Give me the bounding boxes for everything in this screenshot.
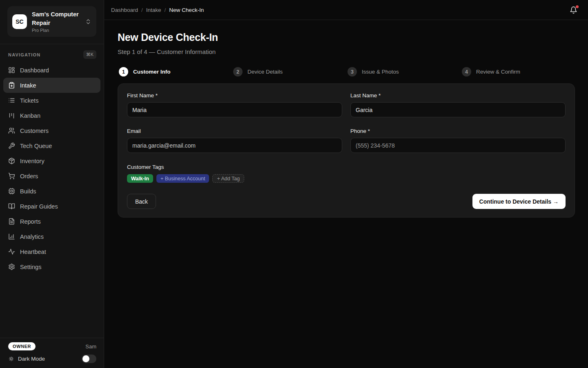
notification-dot bbox=[576, 5, 579, 8]
file-text-icon bbox=[8, 218, 15, 225]
clipboard-plus-icon bbox=[8, 82, 15, 89]
customer-tags-group: Customer Tags Walk-In + Business Account… bbox=[127, 164, 566, 183]
sidebar-item-repair-guides[interactable]: Repair Guides bbox=[3, 199, 100, 214]
sidebar-item-label: Inventory bbox=[20, 158, 45, 164]
add-tag-button[interactable]: + Add Tag bbox=[212, 174, 244, 183]
step-number: 1 bbox=[119, 67, 128, 76]
phone-input[interactable] bbox=[350, 138, 566, 153]
sidebar-item-builds[interactable]: Builds bbox=[3, 184, 100, 199]
customer-tags-label: Customer Tags bbox=[127, 164, 566, 170]
sidebar-item-tickets[interactable]: Tickets bbox=[3, 93, 100, 108]
workspace-switcher[interactable]: SC Sam's Computer Repair Pro Plan bbox=[7, 6, 96, 37]
breadcrumb-separator: / bbox=[141, 7, 143, 13]
sidebar-item-label: Intake bbox=[20, 82, 36, 89]
sidebar-item-label: Reports bbox=[20, 218, 41, 225]
sidebar-footer: OWNER Sam Dark Mode bbox=[0, 338, 104, 368]
phone-label: Phone * bbox=[350, 128, 566, 134]
workspace-avatar: SC bbox=[12, 14, 27, 29]
sidebar-item-label: Analytics bbox=[20, 233, 44, 240]
sidebar-divider bbox=[0, 44, 104, 44]
dark-mode-label: Dark Mode bbox=[18, 356, 78, 362]
step-number: 2 bbox=[233, 67, 243, 76]
toggle-knob bbox=[82, 355, 89, 362]
page-content: New Device Check-In Step 1 of 4 — Custom… bbox=[104, 20, 588, 218]
main-area: Dashboard / Intake / New Check-In New De… bbox=[104, 0, 588, 368]
user-name: Sam bbox=[85, 343, 96, 350]
last-name-field-group: Last Name * bbox=[350, 92, 566, 117]
tag-business-account[interactable]: + Business Account bbox=[156, 174, 209, 183]
step-label: Device Details bbox=[247, 69, 283, 75]
step-label: Customer Info bbox=[133, 69, 171, 75]
sidebar-item-heartbeat[interactable]: Heartbeat bbox=[3, 244, 100, 259]
breadcrumb: Dashboard / Intake / New Check-In bbox=[111, 7, 204, 13]
breadcrumb-dashboard[interactable]: Dashboard bbox=[111, 7, 138, 13]
sidebar-item-intake[interactable]: Intake bbox=[3, 78, 100, 93]
sidebar-item-label: Orders bbox=[20, 173, 38, 180]
page-subtitle: Step 1 of 4 — Customer Information bbox=[118, 48, 575, 55]
step-number: 4 bbox=[462, 67, 471, 76]
notifications-button[interactable] bbox=[568, 4, 579, 16]
sidebar-item-orders[interactable]: Orders bbox=[3, 168, 100, 184]
sidebar-item-label: Settings bbox=[20, 264, 41, 270]
sidebar-item-label: Dashboard bbox=[20, 67, 49, 74]
tag-walk-in[interactable]: Walk-In bbox=[127, 174, 153, 183]
sidebar-item-settings[interactable]: Settings bbox=[3, 259, 100, 274]
customer-info-form-card: First Name * Last Name * Email Phone * C bbox=[118, 83, 575, 218]
bar-chart-icon bbox=[8, 233, 15, 240]
sidebar-item-label: Tickets bbox=[20, 97, 38, 104]
step-label: Review & Confirm bbox=[476, 69, 520, 75]
dashboard-icon bbox=[8, 67, 15, 74]
sidebar-item-tech-queue[interactable]: Tech Queue bbox=[3, 138, 100, 153]
users-icon bbox=[8, 127, 15, 134]
kanban-icon bbox=[8, 112, 15, 119]
sidebar: SC Sam's Computer Repair Pro Plan NAVIGA… bbox=[0, 0, 104, 368]
sidebar-item-kanban[interactable]: Kanban bbox=[3, 108, 100, 123]
first-name-field-group: First Name * bbox=[127, 92, 342, 117]
topbar: Dashboard / Intake / New Check-In bbox=[104, 0, 588, 20]
sidebar-nav: Dashboard Intake Tickets Kanban Customer… bbox=[0, 62, 104, 274]
list-icon bbox=[8, 97, 15, 104]
breadcrumb-separator: / bbox=[165, 7, 166, 13]
page-title: New Device Check-In bbox=[118, 31, 575, 43]
sidebar-item-inventory[interactable]: Inventory bbox=[3, 153, 100, 168]
sidebar-item-label: Customers bbox=[20, 128, 49, 134]
sidebar-item-customers[interactable]: Customers bbox=[3, 123, 100, 138]
first-name-input[interactable] bbox=[127, 102, 342, 117]
sidebar-item-label: Heartbeat bbox=[20, 249, 46, 255]
sun-icon bbox=[8, 356, 14, 362]
step-number: 3 bbox=[347, 67, 357, 76]
package-icon bbox=[8, 157, 15, 164]
gear-icon bbox=[8, 263, 15, 270]
navigation-section-label: NAVIGATION bbox=[8, 52, 40, 57]
email-label: Email bbox=[127, 128, 342, 134]
first-name-label: First Name * bbox=[127, 92, 342, 99]
back-button[interactable]: Back bbox=[127, 194, 156, 209]
role-badge: OWNER bbox=[8, 342, 36, 350]
step-issue-photos: 3 Issue & Photos bbox=[346, 67, 461, 76]
stepper: 1 Customer Info 2 Device Details 3 Issue… bbox=[118, 67, 575, 76]
shopping-cart-icon bbox=[8, 173, 15, 180]
step-customer-info: 1 Customer Info bbox=[118, 67, 232, 76]
workspace-plan: Pro Plan bbox=[32, 28, 80, 33]
sidebar-item-label: Tech Queue bbox=[20, 143, 52, 149]
sidebar-item-label: Kanban bbox=[20, 112, 40, 119]
chevrons-up-down-icon bbox=[85, 18, 91, 25]
wrench-icon bbox=[8, 142, 15, 149]
step-device-details: 2 Device Details bbox=[232, 67, 346, 76]
phone-field-group: Phone * bbox=[350, 128, 566, 153]
dark-mode-toggle[interactable] bbox=[82, 355, 96, 363]
step-review-confirm: 4 Review & Confirm bbox=[461, 67, 575, 76]
command-k-shortcut-badge[interactable]: ⌘K bbox=[83, 50, 96, 59]
email-input[interactable] bbox=[127, 138, 342, 153]
continue-button[interactable]: Continue to Device Details → bbox=[472, 194, 566, 209]
sidebar-item-dashboard[interactable]: Dashboard bbox=[3, 63, 100, 78]
workspace-name: Sam's Computer Repair bbox=[32, 10, 80, 27]
sidebar-item-analytics[interactable]: Analytics bbox=[3, 229, 100, 244]
breadcrumb-current: New Check-In bbox=[169, 7, 204, 13]
book-open-icon bbox=[8, 203, 15, 210]
last-name-input[interactable] bbox=[350, 102, 566, 117]
sidebar-item-reports[interactable]: Reports bbox=[3, 214, 100, 229]
breadcrumb-intake[interactable]: Intake bbox=[146, 7, 161, 13]
last-name-label: Last Name * bbox=[350, 92, 566, 99]
cpu-icon bbox=[8, 188, 15, 195]
